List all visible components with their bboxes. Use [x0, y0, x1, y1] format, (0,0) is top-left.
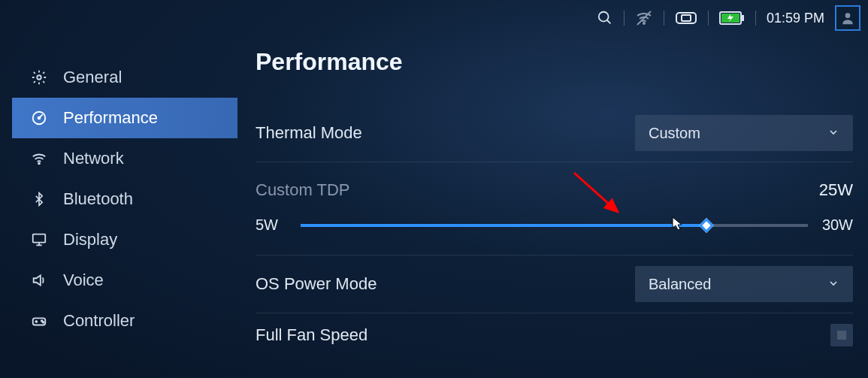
topbar-divider [664, 11, 664, 26]
sidebar-item-bluetooth[interactable]: Bluetooth [12, 179, 237, 219]
page-title: Performance [256, 48, 853, 76]
topbar-divider [624, 11, 625, 26]
sidebar-item-controller[interactable]: Controller [12, 301, 237, 341]
sidebar-item-label: Controller [63, 311, 135, 331]
checkbox-indicator [837, 331, 846, 340]
topbar-divider [708, 11, 709, 26]
slider-fill [301, 224, 706, 227]
bluetooth-icon [30, 191, 48, 207]
sidebar-item-general[interactable]: General [12, 57, 237, 98]
chevron-down-icon [827, 276, 839, 293]
sidebar-item-label: Performance [63, 108, 158, 128]
svg-point-2 [643, 23, 645, 24]
sidebar-item-network[interactable]: Network [12, 138, 237, 179]
row-os-power-mode: OS Power Mode Balanced [256, 256, 853, 313]
wifi-icon [30, 150, 48, 167]
thermal-mode-label: Thermal Mode [256, 123, 362, 143]
wifi-disabled-icon[interactable] [635, 9, 653, 27]
slider-thumb[interactable] [699, 218, 714, 233]
topbar: 01:59 PM [597, 5, 860, 32]
thermal-mode-select[interactable]: Custom [635, 115, 853, 151]
avatar[interactable] [835, 5, 860, 31]
os-power-mode-label: OS Power Mode [256, 274, 377, 294]
battery-charging-icon [719, 11, 745, 25]
search-icon[interactable] [597, 10, 613, 26]
thermal-mode-value: Custom [649, 125, 700, 142]
custom-tdp-value: 25W [819, 180, 853, 200]
svg-rect-5 [682, 15, 691, 21]
custom-tdp-label: Custom TDP [256, 180, 350, 200]
sidebar-item-label: Bluetooth [63, 189, 133, 209]
svg-point-12 [38, 117, 41, 119]
slider-min-label: 5W [256, 216, 289, 234]
custom-tdp-slider[interactable] [301, 222, 808, 228]
speaker-icon [30, 272, 48, 289]
svg-point-21 [43, 322, 44, 323]
svg-point-0 [599, 12, 609, 22]
sidebar-item-label: Voice [63, 271, 104, 290]
gear-icon [30, 69, 48, 86]
os-power-mode-select[interactable]: Balanced [635, 266, 853, 302]
clock: 01:59 PM [767, 11, 824, 26]
full-fan-speed-toggle[interactable] [830, 324, 853, 346]
slider-max-label: 30W [820, 216, 853, 234]
svg-line-1 [607, 20, 611, 24]
full-fan-speed-label: Full Fan Speed [256, 325, 367, 345]
os-power-mode-value: Balanced [649, 276, 711, 293]
svg-point-13 [38, 163, 40, 165]
svg-point-9 [845, 13, 851, 18]
chevron-down-icon [827, 125, 839, 142]
svg-rect-14 [33, 234, 46, 243]
gamepad-icon [30, 313, 48, 329]
gauge-icon [30, 110, 48, 126]
sidebar: General Performance Network Bluetooth Di… [12, 57, 237, 341]
content: Performance Thermal Mode Custom Custom T… [256, 48, 853, 357]
svg-point-10 [37, 75, 41, 80]
sidebar-item-display[interactable]: Display [12, 219, 237, 260]
sidebar-item-voice[interactable]: Voice [12, 260, 237, 301]
sidebar-item-label: Display [63, 230, 117, 249]
row-custom-tdp: Custom TDP 25W 5W 30W [256, 162, 853, 255]
monitor-icon [30, 231, 48, 248]
svg-rect-7 [742, 15, 744, 21]
sidebar-item-label: General [63, 68, 122, 87]
sidebar-item-label: Network [63, 149, 124, 168]
row-thermal-mode: Thermal Mode Custom [256, 104, 853, 162]
handheld-icon [675, 11, 697, 26]
topbar-divider [755, 11, 756, 26]
sidebar-item-performance[interactable]: Performance [12, 98, 237, 138]
row-full-fan-speed: Full Fan Speed [256, 313, 853, 357]
